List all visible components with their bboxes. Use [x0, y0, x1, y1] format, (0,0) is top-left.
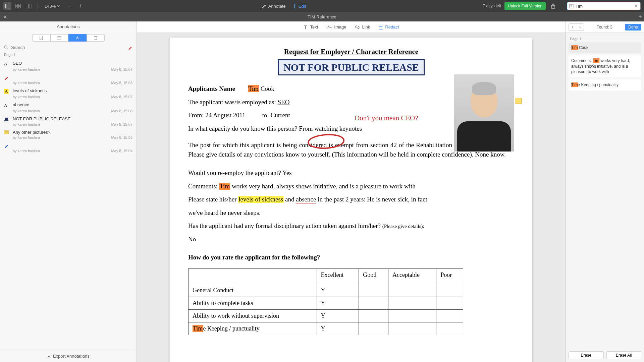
find-done-button[interactable]: Done	[625, 24, 641, 31]
two-page-icon[interactable]	[25, 2, 33, 10]
text-a-icon: A	[4, 103, 9, 108]
new-tab-button[interactable]: +	[638, 13, 642, 20]
annotate-tool[interactable]: Annotate	[262, 4, 286, 9]
sidebar-toggle-icon[interactable]	[3, 2, 11, 10]
erase-all-button[interactable]: Erase All	[606, 351, 642, 359]
table-cell: Ability to work without supervision	[189, 310, 317, 322]
search-input[interactable]	[576, 4, 632, 9]
sick-pre: Please state his/her	[188, 196, 238, 203]
table-cell	[359, 310, 388, 322]
svg-rect-4	[15, 6, 17, 8]
seg-annotations[interactable]: A	[68, 34, 87, 42]
unlock-button[interactable]: Unlock Full Version	[504, 2, 546, 10]
table-cell: Y	[317, 297, 359, 310]
table-cell: Y	[317, 310, 359, 322]
rate-question: How do you rate the applicant for the fo…	[188, 253, 514, 262]
edit-pencil-icon[interactable]	[128, 45, 132, 50]
zoom-out-button[interactable]: −	[65, 2, 73, 10]
annotation-item[interactable]: ASEOby karen haslamMay 8, 15:07	[0, 58, 137, 72]
svg-rect-1	[5, 4, 6, 8]
page-icon	[94, 36, 97, 40]
sick-line2: we've heard he never sleeps.	[188, 208, 514, 218]
table-cell	[388, 284, 436, 297]
table-cell	[359, 284, 388, 297]
annotation-item[interactable]: Aabsenceby karen haslamMay 8, 15:08	[0, 100, 137, 114]
search-box[interactable]: ✕	[567, 2, 641, 10]
annotation-author: by karen haslam	[13, 67, 40, 71]
annotation-item[interactable]: Any other pictures?by karen haslamMay 8,…	[0, 127, 137, 140]
document-viewport[interactable]: Request for Employer / Character Referen…	[137, 33, 566, 362]
text-icon	[303, 25, 308, 29]
edit-mode-toolbar: Text Image Link Redact	[137, 21, 566, 33]
disc-answer: No	[188, 235, 514, 244]
find-count: Found: 3	[586, 25, 623, 29]
table-cell	[436, 322, 463, 335]
zoom-level[interactable]: 143%	[43, 4, 62, 9]
annotation-title: Any other pictures?	[13, 130, 132, 135]
reemploy-text: Would you re-employ the applicant? Yes	[188, 168, 514, 178]
mode-redact[interactable]: Redact	[379, 24, 399, 29]
annotation-time: May 8, 15:05	[111, 135, 132, 139]
search-options-icon[interactable]	[569, 4, 574, 8]
annotation-item[interactable]: by karen haslamMay 8, 15:04	[0, 140, 137, 154]
find-page-label: Page 1	[569, 36, 641, 42]
applicant-last: Cook	[259, 85, 274, 92]
comments-post: works very hard, always shows initiative…	[230, 183, 415, 190]
mode-text[interactable]: Text	[303, 24, 318, 29]
annotation-author: by karen haslam	[13, 149, 40, 153]
mode-image[interactable]: Image	[327, 24, 346, 29]
export-icon	[47, 354, 51, 358]
svg-rect-3	[18, 4, 20, 6]
annotation-search-input[interactable]	[11, 45, 125, 50]
export-annotations-button[interactable]: Export Annotations	[0, 350, 137, 362]
document-title: TIM Reference	[308, 14, 336, 19]
share-icon[interactable]	[549, 2, 557, 10]
seg-bookmark[interactable]	[32, 34, 50, 42]
disc-question: Has the applicant had any formal discipl…	[188, 222, 382, 229]
seg-list[interactable]	[50, 34, 68, 42]
annotation-item[interactable]: by karen haslamMay 8, 15:08	[0, 72, 137, 85]
annotation-time: May 8, 15:04	[111, 149, 132, 153]
svg-rect-5	[18, 6, 20, 8]
find-result-item[interactable]: Time Keeping / punctuality	[569, 79, 641, 90]
find-next-button[interactable]: ›	[576, 24, 584, 31]
note-icon	[4, 130, 9, 135]
employed-role: SEO	[277, 99, 289, 106]
find-result-item[interactable]: Tim Cook	[569, 42, 641, 53]
sticky-note-icon[interactable]	[515, 98, 522, 104]
sickness-highlight: levels of sickness	[238, 196, 283, 203]
annotation-title: NOT FOR PUBLIC RELEASE	[13, 116, 132, 121]
close-tab-icon[interactable]: ✕	[0, 14, 10, 19]
table-row: General ConductY	[189, 284, 463, 297]
sidebar-title: Annotations	[0, 21, 137, 32]
annotation-item[interactable]: Alevels of sicknessby karen haslamMay 8,…	[0, 85, 137, 100]
edit-tool[interactable]: Edit	[292, 4, 306, 9]
find-prev-button[interactable]: ‹	[569, 24, 576, 31]
annotation-time: May 8, 15:08	[111, 81, 132, 85]
annotation-title: SEO	[13, 61, 132, 66]
sidebar-view-segmented: A	[0, 32, 137, 44]
mode-link[interactable]: Link	[355, 24, 370, 29]
table-row: Time Keeping / punctualityY	[189, 322, 463, 335]
table-cell	[436, 297, 463, 310]
find-result-item[interactable]: Comments: Tim works very hard, always sh…	[569, 55, 641, 77]
trial-days-label: 7 days left	[483, 4, 501, 8]
clear-search-icon[interactable]: ✕	[634, 3, 638, 9]
doc-heading: Request for Employer / Character Referen…	[188, 48, 514, 56]
zoom-in-button[interactable]: +	[76, 2, 85, 10]
text-cursor-icon	[292, 4, 297, 8]
annotation-item[interactable]: NOT FOR PUBLIC RELEASEby karen haslamMay…	[0, 114, 137, 127]
erase-button[interactable]: Erase	[569, 351, 604, 359]
seg-page[interactable]	[87, 34, 105, 42]
text-a-icon: A	[4, 61, 9, 67]
table-cell: General Conduct	[189, 284, 317, 297]
table-header: Good	[359, 269, 388, 284]
annotation-time: May 8, 15:07	[111, 95, 132, 99]
svg-rect-9	[570, 4, 573, 8]
table-cell: Ability to complete tasks	[189, 297, 317, 310]
annotation-author: by karen haslam	[13, 109, 40, 113]
sidebar-resize-handle[interactable]	[137, 21, 140, 362]
thumbnails-icon[interactable]	[14, 2, 22, 10]
search-icon	[4, 45, 8, 50]
svg-rect-13	[4, 120, 8, 121]
